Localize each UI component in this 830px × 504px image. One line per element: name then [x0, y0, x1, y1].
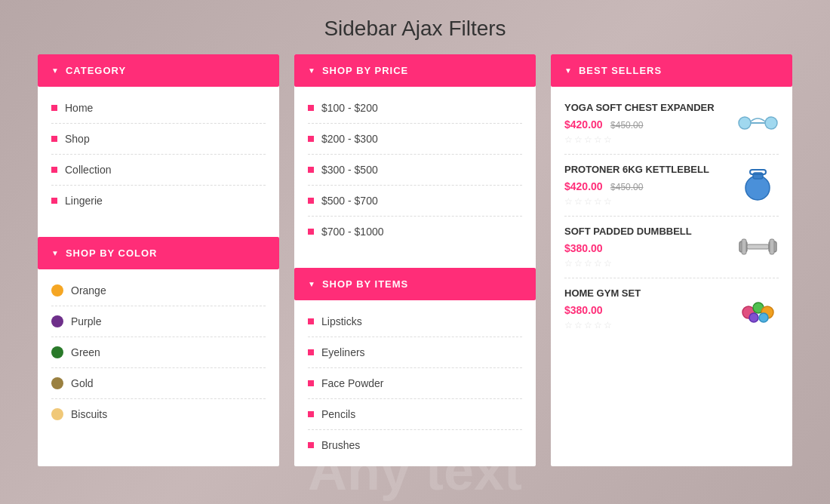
product-pricing: $380.00 — [564, 241, 730, 255]
list-item[interactable]: Orange — [51, 275, 266, 306]
svg-point-3 — [745, 176, 770, 200]
bullet-icon — [51, 105, 57, 111]
svg-point-15 — [759, 313, 768, 322]
bullet-icon — [308, 411, 314, 417]
bullet-icon — [308, 318, 314, 324]
product-image — [737, 164, 779, 205]
bullet-icon — [308, 167, 314, 173]
bullet-icon — [51, 198, 57, 204]
color-item-label: Orange — [71, 284, 106, 297]
product-pricing: $420.00 $450.00 — [564, 118, 730, 131]
list-item[interactable]: Gold — [51, 368, 266, 399]
price-item-label: $700 - $1000 — [321, 226, 384, 238]
product-name: HOME GYM SET — [564, 287, 730, 300]
bullet-icon — [51, 136, 57, 142]
color-body: OrangePurpleGreenGoldBiscuits — [38, 269, 279, 435]
middle-panel: ▼ SHOP BY PRICE $100 - $200$200 - $300$3… — [294, 54, 536, 466]
price-item-label: $500 - $700 — [321, 195, 378, 207]
svg-point-14 — [749, 313, 758, 322]
shop-by-color-title: SHOP BY COLOR — [66, 247, 158, 259]
color-item-label: Green — [71, 346, 100, 358]
svg-rect-7 — [747, 244, 769, 249]
product-name: YOGA SOFT CHEST EXPANDER — [564, 102, 730, 115]
color-item-label: Gold — [71, 377, 94, 389]
shop-by-items-header[interactable]: ▼ SHOP BY ITEMS — [294, 268, 536, 300]
bullet-icon — [308, 136, 314, 142]
price-arrow-icon: ▼ — [308, 66, 316, 75]
svg-point-0 — [739, 117, 751, 129]
category-arrow-icon: ▼ — [51, 66, 60, 75]
product-price: $420.00 — [564, 180, 603, 192]
product-stars: ☆☆☆☆☆ — [564, 134, 730, 145]
color-dot-icon — [51, 346, 63, 358]
bullet-icon — [51, 167, 57, 173]
color-dot-icon — [51, 315, 63, 327]
list-item[interactable]: Collection — [51, 155, 266, 186]
bullet-icon — [308, 380, 314, 386]
product-old-price: $450.00 — [610, 182, 643, 192]
list-item[interactable]: $200 - $300 — [308, 124, 522, 155]
items-item-label: Eyeliners — [321, 346, 365, 358]
svg-rect-5 — [750, 170, 766, 174]
price-body: $100 - $200$200 - $300$300 - $500$500 - … — [294, 87, 536, 253]
list-item[interactable]: Eyeliners — [308, 337, 522, 368]
color-dot-icon — [51, 284, 63, 297]
category-title: CATEGORY — [66, 65, 126, 76]
product-stars: ☆☆☆☆☆ — [564, 258, 730, 269]
items-arrow-icon: ▼ — [308, 280, 316, 288]
left-panel: ▼ CATEGORY HomeShopCollectionLingerie ▼ … — [38, 54, 279, 466]
svg-point-2 — [765, 117, 777, 129]
category-item-label: Collection — [65, 164, 111, 176]
color-item-label: Biscuits — [71, 408, 107, 420]
list-item[interactable]: $300 - $500 — [308, 155, 522, 186]
list-item[interactable]: Biscuits — [51, 399, 266, 429]
product-price: $380.00 — [564, 242, 603, 254]
category-item-label: Lingerie — [65, 195, 103, 207]
table-row[interactable]: HOME GYM SET $380.00 ☆☆☆☆☆ — [564, 278, 779, 340]
list-item[interactable]: Home — [51, 93, 266, 124]
list-item[interactable]: Green — [51, 337, 266, 368]
table-row[interactable]: SOFT PADDED DUMBBELL $380.00 ☆☆☆☆☆ — [564, 217, 779, 278]
product-info: YOGA SOFT CHEST EXPANDER $420.00 $450.00… — [564, 102, 730, 145]
list-item[interactable]: Face Powder — [308, 368, 522, 399]
color-dot-icon — [51, 377, 63, 389]
list-item[interactable]: $500 - $700 — [308, 186, 522, 217]
table-row[interactable]: YOGA SOFT CHEST EXPANDER $420.00 $450.00… — [564, 93, 779, 155]
list-item[interactable]: $100 - $200 — [308, 93, 522, 124]
category-header[interactable]: ▼ CATEGORY — [38, 54, 279, 87]
product-old-price: $450.00 — [610, 120, 643, 131]
best-sellers-title: BEST SELLERS — [579, 65, 662, 76]
category-item-label: Shop — [65, 133, 90, 145]
product-image — [737, 226, 779, 267]
bullet-icon — [308, 198, 314, 204]
svg-rect-10 — [770, 239, 774, 254]
price-item-label: $100 - $200 — [321, 102, 378, 114]
color-item-label: Purple — [71, 315, 101, 327]
product-name: PROTONER 6KG KETTLEBELL — [564, 164, 730, 177]
list-item[interactable]: Lingerie — [51, 186, 266, 216]
list-item[interactable]: Pencils — [308, 399, 522, 430]
color-dot-icon — [51, 408, 63, 420]
best-sellers-body: YOGA SOFT CHEST EXPANDER $420.00 $450.00… — [551, 87, 792, 346]
list-item[interactable]: Brushes — [308, 430, 522, 460]
best-sellers-header[interactable]: ▼ BEST SELLERS — [551, 54, 792, 87]
shop-by-price-title: SHOP BY PRICE — [322, 65, 408, 76]
product-info: HOME GYM SET $380.00 ☆☆☆☆☆ — [564, 287, 730, 330]
items-item-label: Face Powder — [321, 377, 383, 389]
list-item[interactable]: $700 - $1000 — [308, 217, 522, 247]
list-item[interactable]: Purple — [51, 306, 266, 337]
svg-rect-9 — [742, 239, 746, 254]
list-item[interactable]: Shop — [51, 124, 266, 155]
table-row[interactable]: PROTONER 6KG KETTLEBELL $420.00 $450.00 … — [564, 155, 779, 217]
shop-by-items-title: SHOP BY ITEMS — [322, 278, 408, 290]
shop-by-color-header[interactable]: ▼ SHOP BY COLOR — [38, 237, 279, 269]
bullet-icon — [308, 442, 314, 448]
category-item-label: Home — [65, 102, 93, 114]
shop-by-price-header[interactable]: ▼ SHOP BY PRICE — [294, 54, 536, 87]
product-image — [737, 102, 779, 143]
product-info: PROTONER 6KG KETTLEBELL $420.00 $450.00 … — [564, 164, 730, 207]
product-info: SOFT PADDED DUMBBELL $380.00 ☆☆☆☆☆ — [564, 226, 730, 269]
list-item[interactable]: Lipsticks — [308, 306, 522, 337]
product-stars: ☆☆☆☆☆ — [564, 196, 730, 207]
right-panel: ▼ BEST SELLERS YOGA SOFT CHEST EXPANDER … — [551, 54, 792, 466]
